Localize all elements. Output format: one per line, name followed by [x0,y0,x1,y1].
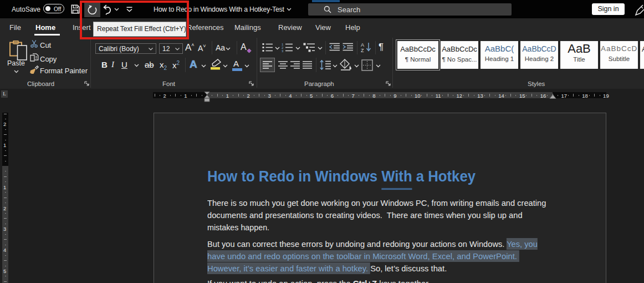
svg-text:A: A [361,42,364,48]
svg-text:Z: Z [361,48,364,53]
svg-text:3: 3 [282,49,284,52]
